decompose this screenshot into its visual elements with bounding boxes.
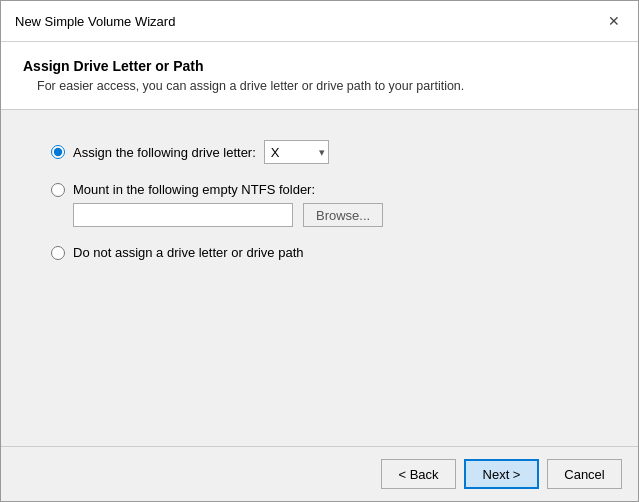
ntfs-folder-input[interactable]	[73, 203, 293, 227]
ntfs-input-row: Browse...	[51, 203, 588, 227]
no-assign-label[interactable]: Do not assign a drive letter or drive pa…	[73, 245, 304, 260]
title-bar: New Simple Volume Wizard ✕	[1, 1, 638, 42]
browse-button[interactable]: Browse...	[303, 203, 383, 227]
assign-letter-option: Assign the following drive letter: X A B…	[51, 140, 588, 164]
close-button[interactable]: ✕	[604, 11, 624, 31]
no-assign-radio[interactable]	[51, 246, 65, 260]
content-area: Assign the following drive letter: X A B…	[1, 110, 638, 446]
drive-letter-select-wrapper: X A B C D E F G H Y Z	[264, 140, 329, 164]
mount-folder-radio[interactable]	[51, 183, 65, 197]
mount-folder-option: Mount in the following empty NTFS folder…	[51, 182, 588, 227]
header-title: Assign Drive Letter or Path	[23, 58, 616, 74]
mount-folder-radio-row: Mount in the following empty NTFS folder…	[51, 182, 588, 197]
footer: < Back Next > Cancel	[1, 446, 638, 501]
cancel-button[interactable]: Cancel	[547, 459, 622, 489]
next-button[interactable]: Next >	[464, 459, 539, 489]
no-assign-option: Do not assign a drive letter or drive pa…	[51, 245, 588, 260]
dialog-window: New Simple Volume Wizard ✕ Assign Drive …	[0, 0, 639, 502]
header-section: Assign Drive Letter or Path For easier a…	[1, 42, 638, 110]
header-subtitle: For easier access, you can assign a driv…	[23, 79, 616, 93]
assign-letter-radio[interactable]	[51, 145, 65, 159]
dialog-title: New Simple Volume Wizard	[15, 14, 175, 29]
assign-letter-label[interactable]: Assign the following drive letter:	[73, 145, 256, 160]
mount-folder-label[interactable]: Mount in the following empty NTFS folder…	[73, 182, 315, 197]
back-button[interactable]: < Back	[381, 459, 456, 489]
drive-letter-select[interactable]: X A B C D E F G H Y Z	[264, 140, 329, 164]
